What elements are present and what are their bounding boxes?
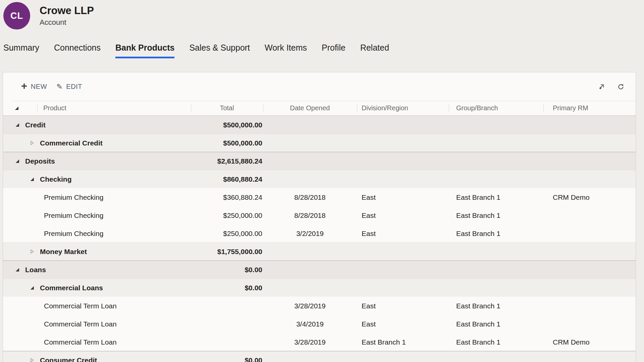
collapse-all-icon[interactable]	[14, 106, 19, 110]
cell-total: $860,880.24	[191, 175, 263, 183]
cell-total: $1,755,000.00	[191, 248, 263, 256]
product-label: Loans	[25, 266, 46, 274]
tab-connections[interactable]: Connections	[54, 43, 101, 58]
cell-total: $500,000.00	[191, 121, 263, 129]
new-button-label: NEW	[31, 83, 47, 90]
cell-group-branch: East Branch 1	[449, 338, 543, 346]
cell-division-region: East Branch 1	[357, 338, 449, 346]
grid-row[interactable]: Deposits$2,615,880.24	[3, 152, 636, 170]
cell-total: $250,000.00	[191, 212, 263, 220]
grid-row[interactable]: Money Market$1,755,000.00	[3, 242, 636, 260]
cell-division-region: East	[357, 230, 449, 238]
grid-row[interactable]: Commercial Term Loan3/28/2019East Branch…	[3, 333, 636, 351]
cell-total: $0.00	[191, 284, 263, 292]
product-label: Premium Checking	[44, 193, 103, 201]
refresh-button[interactable]	[616, 82, 626, 92]
avatar: CL	[3, 2, 30, 29]
bank-products-panel: + NEW ✎ EDIT	[3, 72, 636, 362]
cell-date-opened: 3/2/2019	[263, 230, 357, 238]
cell-date-opened: 8/28/2018	[263, 193, 357, 201]
product-label: Premium Checking	[44, 230, 103, 238]
cell-division-region: East	[357, 320, 449, 328]
grid-row[interactable]: Commercial Credit$500,000.00	[3, 134, 636, 152]
cell-product: Loans	[3, 266, 191, 274]
product-label: Commercial Term Loan	[44, 320, 117, 328]
collapse-icon[interactable]	[15, 123, 19, 127]
grid-row[interactable]: Commercial Term Loan3/28/2019EastEast Br…	[3, 297, 636, 315]
column-header-total[interactable]: Total	[191, 101, 263, 115]
grid-row[interactable]: Premium Checking$250,000.008/28/2018East…	[3, 206, 636, 224]
grid-row[interactable]: Commercial Loans$0.00	[3, 279, 636, 297]
bank-products-grid: Product Total Date Opened Division/Regio…	[3, 101, 636, 362]
cell-date-opened: 3/4/2019	[263, 320, 357, 328]
tab-related[interactable]: Related	[360, 43, 389, 58]
cell-group-branch: East Branch 1	[449, 193, 543, 201]
header-separator	[37, 104, 38, 112]
grid-row[interactable]: Checking$860,880.24	[3, 170, 636, 188]
grid-row[interactable]: Commercial Term Loan3/4/2019EastEast Bra…	[3, 315, 636, 333]
column-header-primary-rm[interactable]: Primary RM	[543, 101, 636, 115]
cell-product: Commercial Loans	[3, 284, 191, 292]
cell-product: Commercial Term Loan	[3, 338, 191, 346]
plus-icon: +	[21, 83, 28, 89]
cell-product: Deposits	[3, 157, 191, 165]
tab-bar: SummaryConnectionsBank ProductsSales & S…	[3, 43, 389, 58]
cell-product: Premium Checking	[3, 193, 191, 201]
column-header-division-region[interactable]: Division/Region	[357, 101, 449, 115]
cell-group-branch: East Branch 1	[449, 212, 543, 220]
product-label: Commercial Loans	[40, 284, 103, 292]
product-label: Credit	[25, 121, 46, 129]
cell-product: Premium Checking	[3, 230, 191, 238]
cell-product: Commercial Term Loan	[3, 302, 191, 310]
expand-icon[interactable]	[30, 358, 34, 362]
collapse-icon[interactable]	[30, 177, 34, 181]
pencil-icon: ✎	[56, 82, 63, 91]
grid-toolbar: + NEW ✎ EDIT	[3, 72, 636, 101]
tab-work-items[interactable]: Work Items	[265, 43, 307, 58]
cell-product: Credit	[3, 121, 191, 129]
refresh-icon	[618, 83, 624, 90]
collapse-icon[interactable]	[15, 159, 19, 163]
product-label: Checking	[40, 175, 72, 183]
grid-row[interactable]: Consumer Credit$0.00	[3, 351, 636, 362]
product-label: Premium Checking	[44, 212, 103, 220]
cell-total: $0.00	[191, 356, 263, 362]
grid-row[interactable]: Premium Checking$360,880.248/28/2018East…	[3, 188, 636, 206]
product-label: Commercial Term Loan	[44, 302, 117, 310]
popout-button[interactable]	[597, 82, 606, 91]
edit-button[interactable]: ✎ EDIT	[52, 80, 87, 93]
collapse-icon[interactable]	[15, 267, 19, 272]
record-type-label: Account	[40, 18, 94, 27]
cell-primary-rm: CRM Demo	[543, 193, 636, 201]
cell-date-opened: 3/28/2019	[263, 302, 357, 310]
cell-primary-rm: CRM Demo	[543, 338, 636, 346]
cell-division-region: East	[357, 193, 449, 201]
column-header-date-opened[interactable]: Date Opened	[263, 101, 357, 115]
account-header: CL Crowe LLP Account	[3, 2, 94, 29]
cell-total: $2,615,880.24	[191, 157, 263, 165]
cell-total: $360,880.24	[191, 193, 263, 201]
tab-profile[interactable]: Profile	[322, 43, 345, 58]
column-header-product[interactable]: Product	[3, 101, 191, 115]
product-label: Consumer Credit	[40, 356, 97, 362]
cell-product: Money Market	[3, 248, 191, 256]
grid-body: Credit$500,000.00Commercial Credit$500,0…	[3, 116, 636, 362]
expand-icon[interactable]	[30, 141, 34, 145]
tab-bank-products[interactable]: Bank Products	[115, 43, 174, 58]
grid-row[interactable]: Credit$500,000.00	[3, 116, 636, 134]
cell-product: Premium Checking	[3, 212, 191, 220]
expand-icon[interactable]	[30, 249, 34, 254]
page-title: Crowe LLP	[40, 5, 94, 17]
popout-icon	[598, 83, 605, 90]
new-button[interactable]: + NEW	[16, 81, 52, 93]
grid-row[interactable]: Premium Checking$250,000.003/2/2019EastE…	[3, 224, 636, 242]
tab-sales-support[interactable]: Sales & Support	[189, 43, 250, 58]
product-label: Deposits	[25, 157, 55, 165]
collapse-icon[interactable]	[30, 286, 34, 290]
product-label: Commercial Term Loan	[44, 338, 117, 346]
column-header-group-branch[interactable]: Group/Branch	[449, 101, 543, 115]
cell-group-branch: East Branch 1	[449, 302, 543, 310]
grid-row[interactable]: Loans$0.00	[3, 260, 636, 279]
cell-group-branch: East Branch 1	[449, 320, 543, 328]
tab-summary[interactable]: Summary	[3, 43, 39, 58]
